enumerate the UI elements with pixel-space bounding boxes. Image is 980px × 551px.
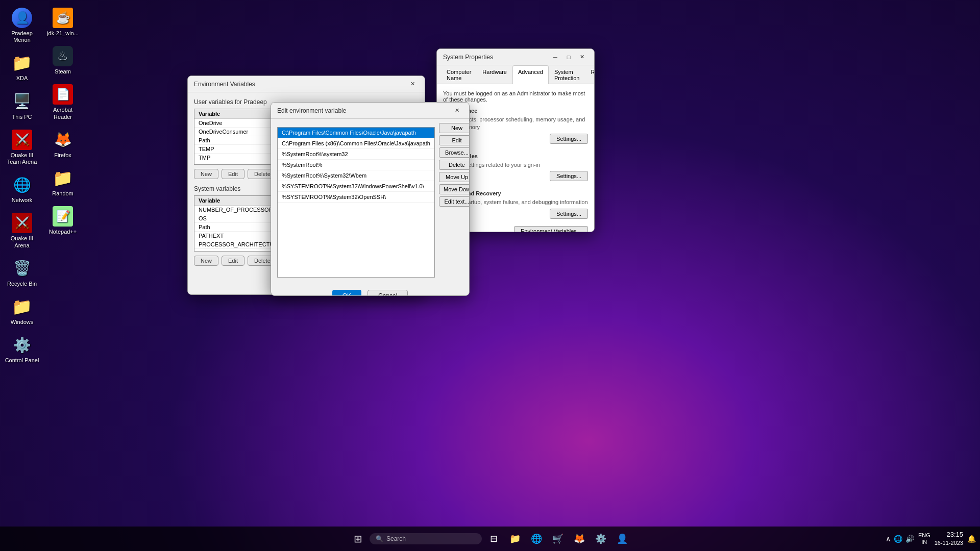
env-close-button[interactable]: ✕	[406, 78, 419, 90]
settings-taskbar-button[interactable]: ⚙️	[591, 529, 610, 548]
path-buttons-column: New Edit Browse... Delete Move Up Move D…	[439, 123, 470, 282]
edit-env-content: C:\Program Files\Common Files\Oracle\Jav…	[271, 119, 469, 286]
desktop-icon-quake-arena[interactable]: ⚔️ Quake III Arena	[4, 213, 40, 248]
desktop-icon-recycle-bin[interactable]: 🗑️ Recycle Bin	[4, 258, 40, 287]
environment-variables-button[interactable]: Environment Variables...	[514, 226, 588, 232]
path-list-column: C:\Program Files\Common Files\Oracle\Jav…	[277, 123, 435, 282]
control-panel-label: Control Panel	[5, 357, 39, 364]
edit-env-cancel-button[interactable]: Cancel	[368, 290, 408, 296]
tab-remote[interactable]: Remote	[585, 65, 595, 84]
tab-system-protection[interactable]: System Protection	[549, 65, 585, 84]
clock[interactable]: 23:15 16-11-2023	[935, 531, 963, 546]
search-icon: 🔍	[376, 535, 383, 542]
network-tray-icon[interactable]: 🌐	[894, 535, 902, 543]
desktop-icons-container: 👤 Pradeep Menon 📁 XDA 🖥️ This PC ⚔️ Quak…	[0, 0, 61, 398]
user-edit-button[interactable]: Edit	[222, 169, 244, 179]
tab-computer-name[interactable]: Computer Name	[441, 65, 477, 84]
path-browse-button[interactable]: Browse...	[439, 147, 470, 158]
sys-edit-button[interactable]: Edit	[222, 256, 244, 266]
task-view-button[interactable]: ⊟	[484, 529, 503, 548]
startup-settings-button[interactable]: Settings...	[550, 209, 588, 219]
env-variables-title: Environment Variables	[194, 81, 255, 88]
path-delete-button[interactable]: Delete	[439, 160, 470, 170]
edit-env-close-button[interactable]: ✕	[451, 105, 463, 117]
path-new-button[interactable]: New	[439, 123, 470, 133]
path-move-down-button[interactable]: Move Down	[439, 184, 470, 194]
steam-icon: ♨	[53, 46, 73, 66]
quake-arena-icon: ⚔️	[12, 213, 32, 233]
windows-folder-icon: 📁	[12, 296, 32, 317]
desktop-icon-pradeep-menon[interactable]: 👤 Pradeep Menon	[4, 8, 40, 43]
env-variables-titlebar: Environment Variables ✕	[188, 76, 425, 92]
control-panel-icon: ⚙️	[12, 335, 32, 355]
minimize-button[interactable]: ─	[549, 51, 561, 63]
desktop-icon-firefox[interactable]: 🦊 Firefox	[45, 130, 81, 159]
desktop-icon-acrobat[interactable]: 📄 Acrobat Reader	[45, 84, 81, 120]
desktop-icon-jdk21[interactable]: ☕ jdk-21_win...	[45, 8, 81, 37]
start-button[interactable]: ⊞	[348, 529, 368, 548]
notification-button[interactable]: 🔔	[967, 535, 976, 543]
desktop-icon-random[interactable]: 📁 Random	[45, 168, 81, 197]
taskbar-center: ⊞ 🔍 Search ⊟ 📁 🌐 🛒 🦊 ⚙️ 👤	[348, 529, 632, 548]
xda-icon: 📁	[12, 53, 32, 73]
taskbar: ⊞ 🔍 Search ⊟ 📁 🌐 🛒 🦊 ⚙️ 👤 ∧ 🌐 🔊 ENG IN 2…	[0, 527, 980, 551]
user-new-button[interactable]: New	[194, 169, 218, 179]
env-win-controls: ✕	[406, 78, 419, 90]
user-profiles-settings-button[interactable]: Settings...	[550, 171, 588, 181]
search-label: Search	[386, 535, 406, 542]
desktop-icon-this-pc[interactable]: 🖥️ This PC	[4, 91, 40, 120]
quake3-label: Quake III Team Arena	[4, 152, 40, 165]
browser-button[interactable]: 🌐	[527, 529, 546, 548]
desktop-icon-control-panel[interactable]: ⚙️ Control Panel	[4, 335, 40, 364]
xda-label: XDA	[16, 75, 28, 82]
system-properties-titlebar: System Properties ─ □ ✕	[437, 49, 594, 65]
search-bar[interactable]: 🔍 Search	[370, 533, 482, 544]
list-item[interactable]: C:\Program Files (x86)\Common Files\Orac…	[278, 138, 434, 149]
desktop-icon-network[interactable]: 🌐 Network	[4, 174, 40, 204]
path-list-container: C:\Program Files\Common Files\Oracle\Jav…	[277, 127, 435, 278]
window-controls: ─ □ ✕	[549, 51, 588, 63]
desktop-icon-quake3[interactable]: ⚔️ Quake III Team Arena	[4, 130, 40, 165]
path-move-up-button[interactable]: Move Up	[439, 172, 470, 182]
edit-env-dialog: Edit environment variable ✕ C:\Program F…	[271, 102, 470, 296]
list-item[interactable]: %SystemRoot%\System32\Wbem	[278, 170, 434, 181]
path-edit-button[interactable]: Edit	[439, 135, 470, 145]
desktop-icon-notepadpp[interactable]: 📝 Notepad++	[45, 206, 81, 235]
list-item[interactable]: %SystemRoot%	[278, 160, 434, 170]
firefox-taskbar-button[interactable]: 🦊	[570, 529, 589, 548]
tab-hardware[interactable]: Hardware	[477, 65, 512, 84]
maximize-button[interactable]: □	[562, 51, 575, 63]
list-item[interactable]: C:\Program Files\Common Files\Oracle\Jav…	[278, 128, 434, 138]
edit-env-footer: OK Cancel	[271, 286, 469, 296]
acrobat-label: Acrobat Reader	[45, 107, 81, 120]
admin-note: You must be logged on as an Administrato…	[443, 90, 588, 103]
tab-advanced[interactable]: Advanced	[512, 65, 549, 84]
sys-new-button[interactable]: New	[194, 256, 218, 266]
sys-tray: ∧ 🌐 🔊	[886, 535, 914, 543]
desktop-icon-windows[interactable]: 📁 Windows	[4, 296, 40, 325]
file-explorer-button[interactable]: 📁	[505, 529, 525, 548]
taskbar-right: ∧ 🌐 🔊 ENG IN 23:15 16-11-2023 🔔	[886, 531, 976, 546]
pradeep-menon-icon: 👤	[12, 8, 32, 28]
user-taskbar-button[interactable]: 👤	[612, 529, 632, 548]
desktop-icon-steam[interactable]: ♨ Steam	[45, 46, 81, 75]
pradeep-menon-label: Pradeep Menon	[4, 30, 40, 43]
firefox-label: Firefox	[54, 152, 71, 159]
list-item[interactable]: %SYSTEMROOT%\System32\WindowsPowerShell\…	[278, 181, 434, 192]
ms-store-button[interactable]: 🛒	[548, 529, 568, 548]
random-label: Random	[52, 190, 74, 197]
desktop-icon-xda[interactable]: 📁 XDA	[4, 53, 40, 82]
list-item[interactable]: %SYSTEMROOT%\System32\OpenSSH\	[278, 192, 434, 203]
list-item[interactable]: %SystemRoot%\system32	[278, 149, 434, 160]
system-properties-tabs: Computer Name Hardware Advanced System P…	[437, 65, 594, 84]
jdk21-icon: ☕	[53, 8, 73, 28]
performance-settings-button[interactable]: Settings...	[550, 134, 588, 144]
network-icon: 🌐	[12, 174, 32, 195]
tray-arrow[interactable]: ∧	[886, 535, 891, 543]
edit-env-ok-button[interactable]: OK	[332, 290, 361, 296]
close-button[interactable]: ✕	[576, 51, 588, 63]
volume-icon[interactable]: 🔊	[905, 535, 914, 543]
clock-time: 23:15	[935, 531, 963, 539]
language-indicator: ENG IN	[918, 532, 930, 545]
path-edit-text-button[interactable]: Edit text...	[439, 196, 470, 207]
